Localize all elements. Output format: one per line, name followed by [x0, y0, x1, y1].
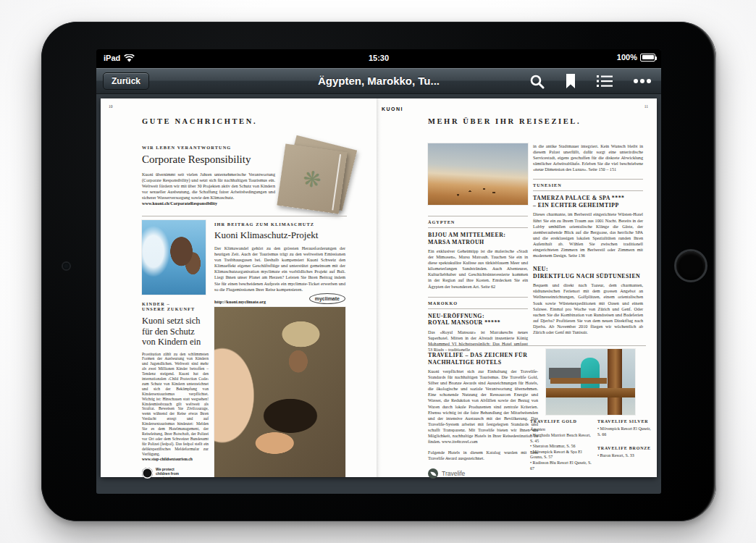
- egypt-body: Ein exklusiver Geheimtipp ist die maleri…: [428, 248, 528, 290]
- travelife-leaf-icon: [428, 468, 438, 479]
- right-page-headline: MEHR ÜBER IHR REISEZIEL.: [428, 117, 581, 125]
- tunisia-column: in die antike Stadtmauer integriert. Kei…: [533, 143, 643, 335]
- kuoni-logo: KUONI: [382, 106, 403, 111]
- children-title: Kuoni setzt sich für den Schutz von Kind…: [142, 316, 209, 348]
- travelife-section: TRAVELIFE – DAS ZEICHEN FÜR NACHHALTIGE …: [428, 352, 538, 479]
- home-button[interactable]: [674, 249, 707, 282]
- children-link[interactable]: www.stop-childsextourism.ch: [142, 457, 209, 461]
- egypt-label: ÄGYPTEN: [428, 219, 528, 224]
- battery-icon: [640, 54, 655, 62]
- search-icon[interactable]: [529, 74, 545, 89]
- responsibility-link[interactable]: www.kuoni.ch/CorporateResponsibility: [142, 201, 275, 206]
- tunisia-body: Dieses charmante, im Berberstil eingeric…: [533, 211, 643, 258]
- children-kicker: KINDER – UNSERE ZUKUNFT: [142, 301, 209, 311]
- flight-body: Bequem und direkt nach Tozeur, dem charm…: [533, 282, 643, 335]
- left-page-headline: GUTE NACHRICHTEN.: [142, 117, 257, 125]
- country-label: Ägypten: [530, 426, 594, 432]
- tunisia-label: TUNESIEN: [533, 182, 643, 188]
- page-fold: [377, 98, 382, 477]
- climate-title: Kuoni Klimaschutz-Projekt: [214, 230, 345, 241]
- children-body: Prostitution zählt zu den schlimmsten Fo…: [142, 352, 209, 457]
- page-spread: 10 GUTE NACHRICHTEN. WIR LEBEN VERANTWOR…: [101, 98, 657, 477]
- travelife-body: Kuoni verpflichtet sich zur Einhaltung d…: [428, 369, 538, 445]
- children-section: KINDER – UNSERE ZUKUNFT Kuoni setzt sich…: [142, 301, 209, 480]
- destinations-column: ÄGYPTEN BIJOU AM MITTELMEER: MARSA MATRO…: [428, 213, 528, 353]
- tunisia-title: TAMERZA PALACE & SPA **** – EIN ECHTER G…: [533, 195, 643, 209]
- toc-icon[interactable]: [597, 75, 613, 88]
- climate-link[interactable]: http://kuoni.myclimate.org: [214, 299, 266, 304]
- travelife-title: TRAVELIFE – DAS ZEICHEN FÜR NACHHALTIGE …: [428, 352, 538, 366]
- clock: 15:30: [96, 54, 661, 62]
- child-protection-label: We protect children from sex tourism.: [156, 467, 179, 480]
- beach-chair-photo: [546, 349, 635, 415]
- bookmark-icon[interactable]: [566, 74, 576, 89]
- list-item: Mövenpick Resort El Quseir, S. 66: [597, 426, 655, 437]
- myclimate-logo: myclimate: [309, 293, 345, 304]
- flower-cutout-icon: ❋: [301, 165, 323, 193]
- farmer-soil-photo: [214, 307, 345, 477]
- child-protection-icon: [142, 468, 153, 479]
- travelife-note: Folgende Hotels in diesem Katalog wurden…: [428, 450, 538, 461]
- responsibility-kicker: WIR LEBEN VERANTWORTUNG: [142, 145, 231, 150]
- page-number: 11: [644, 104, 648, 109]
- front-camera-icon: [63, 263, 70, 269]
- responsibility-title: Corporate Responsibility: [142, 153, 251, 166]
- climate-section: IHR BEITRAG ZUM KLIMASCHUTZ Kuoni Klimas…: [214, 222, 345, 304]
- flight-title: NEU: DIREKTFLUG NACH SÜDTUNESIEN: [533, 266, 643, 279]
- climate-kicker: IHR BEITRAG ZUM KLIMASCHUTZ: [214, 222, 345, 227]
- responsibility-body: Kuoni übernimmt seit vielen Jahren unter…: [142, 172, 275, 201]
- continuation-body: in die antike Stadtmauer integriert. Kei…: [533, 143, 643, 172]
- ipad-device: iPad 15:30 100% Zurück Ägypten, Marokko,…: [41, 22, 716, 521]
- more-icon[interactable]: [634, 79, 651, 83]
- morocco-title: NEU-ERÖFFNUNG: ROYAL MANSOUR *****: [428, 313, 528, 327]
- travelife-silver-bronze-list: TRAVELIFE SILVER Mövenpick Resort El Qus…: [597, 419, 655, 459]
- travelife-gold-list: TRAVELIFE GOLD Ägypten Hurghada Marriott…: [530, 419, 594, 471]
- background: iPad 15:30 100% Zurück Ägypten, Marokko,…: [0, 0, 756, 543]
- page-10: 10 GUTE NACHRICHTEN. WIR LEBEN VERANTWOR…: [101, 98, 379, 477]
- climate-body: Der Klimawandel gehört zu den grössten H…: [214, 245, 345, 292]
- beach-photo: [428, 143, 528, 205]
- list-item: Baron Resort, S. 33: [597, 453, 655, 459]
- toolbar-icons: [529, 68, 651, 94]
- egypt-title: BIJOU AM MITTELMEER: MARSA MATROUH: [428, 232, 528, 245]
- list-item: Mövenpick Resort & Spa El Gouna, S. 57: [530, 450, 594, 460]
- status-bar: iPad 15:30 100%: [96, 49, 661, 68]
- brochure-photo: ❋: [275, 140, 359, 219]
- battery-percent: 100%: [617, 53, 637, 62]
- list-item: Hurghada Marriott Beach Resort, S. 45: [530, 433, 594, 444]
- nav-bar: Zurück Ägypten, Marokko, Tu...: [96, 68, 661, 94]
- list-item: Sheraton Miramar, S. 56: [530, 444, 594, 450]
- morocco-label: MAROKKO: [428, 300, 528, 306]
- travelife-logo: Travelife: [428, 468, 538, 479]
- back-button[interactable]: Zurück: [103, 72, 149, 90]
- screen: iPad 15:30 100% Zurück Ägypten, Marokko,…: [96, 49, 661, 494]
- page-number: 10: [109, 104, 113, 109]
- hands-water-photo: [142, 220, 206, 295]
- morocco-body: Das «Royal Mansour» ist Marrakeschs neue…: [428, 329, 528, 353]
- list-item: Radisson Blu Resort El Quseir, S. 67: [530, 460, 594, 471]
- pdf-viewer[interactable]: 10 GUTE NACHRICHTEN. WIR LEBEN VERANTWOR…: [96, 94, 661, 494]
- page-11: KUONI 11 MEHR ÜBER IHR REISEZIEL. ÄGYPTE…: [379, 98, 657, 477]
